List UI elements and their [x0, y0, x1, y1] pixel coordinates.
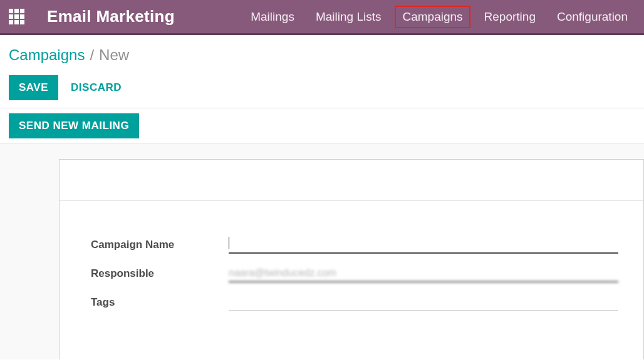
row-campaign-name: Campaign Name	[91, 236, 618, 254]
action-row: SAVE DISCARD	[9, 75, 635, 100]
nav-item-campaigns[interactable]: Campaigns	[395, 6, 470, 28]
nav-item-reporting[interactable]: Reporting	[477, 6, 543, 28]
sheet-head	[60, 160, 643, 201]
label-campaign-name: Campaign Name	[91, 239, 229, 251]
row-responsible: Responsible naara@twinducedz.com	[91, 265, 618, 282]
control-area: Campaigns / New SAVE DISCARD	[0, 35, 644, 108]
tags-input[interactable]	[229, 294, 618, 311]
nav-item-configuration[interactable]: Configuration	[549, 6, 635, 28]
app-title: Email Marketing	[47, 7, 175, 26]
apps-icon[interactable]	[9, 9, 24, 24]
nav-item-mailing-lists[interactable]: Mailing Lists	[308, 6, 389, 28]
breadcrumb-parent[interactable]: Campaigns	[9, 46, 85, 64]
text-caret-icon	[229, 237, 229, 249]
body-scroll: Campaign Name Responsible naara@twinduce…	[0, 144, 644, 359]
field-responsible-wrap: naara@twinducedz.com	[229, 265, 618, 282]
save-button[interactable]: SAVE	[9, 75, 58, 100]
breadcrumb-sep: /	[90, 46, 94, 64]
field-campaign-name-wrap	[229, 236, 618, 254]
form-grid: Campaign Name Responsible naara@twinduce…	[60, 201, 643, 337]
send-new-mailing-button[interactable]: SEND NEW MAILING	[9, 113, 139, 138]
campaign-name-input[interactable]	[229, 236, 618, 254]
responsible-input[interactable]: naara@twinducedz.com	[229, 265, 618, 282]
subaction-area: SEND NEW MAILING	[0, 108, 644, 144]
topbar: Email Marketing Mailings Mailing Lists C…	[0, 0, 644, 35]
form-sheet: Campaign Name Responsible naara@twinduce…	[59, 159, 644, 359]
label-responsible: Responsible	[91, 267, 229, 280]
nav-items: Mailings Mailing Lists Campaigns Reporti…	[243, 6, 635, 28]
row-tags: Tags	[91, 294, 618, 311]
field-tags-wrap	[229, 294, 618, 311]
nav-item-mailings[interactable]: Mailings	[243, 6, 302, 28]
label-tags: Tags	[91, 296, 229, 309]
discard-button[interactable]: DISCARD	[71, 75, 122, 100]
breadcrumb-current: New	[99, 46, 129, 64]
breadcrumb: Campaigns / New	[9, 46, 635, 64]
